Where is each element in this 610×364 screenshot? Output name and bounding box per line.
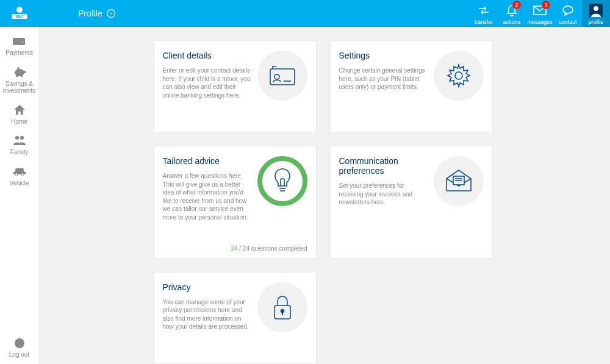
messages-badge: 3 <box>542 1 550 9</box>
card-description: Enter or edit your contact details here.… <box>163 66 251 99</box>
car-icon <box>13 165 26 178</box>
sidebar-item-home[interactable]: Home <box>0 103 38 126</box>
card-title: Privacy <box>163 282 251 292</box>
card-settings[interactable]: Settings Change certain general settings… <box>330 40 493 132</box>
profile-avatar-icon <box>589 3 603 18</box>
svg-point-14 <box>15 136 19 140</box>
card-privacy[interactable]: Privacy You can manage some of your priv… <box>154 272 317 364</box>
svg-point-30 <box>281 309 284 312</box>
actions-badge: 2 <box>512 1 521 9</box>
svg-point-21 <box>274 74 279 79</box>
card-client-details[interactable]: Client details Enter or edit your contac… <box>154 40 317 132</box>
card-description: You can manage some of your privacy perm… <box>163 298 251 331</box>
sidebar-item-family[interactable]: Family <box>0 134 38 156</box>
svg-point-16 <box>15 173 18 176</box>
transfer-action[interactable]: transfer <box>470 0 498 27</box>
open-envelope-icon <box>434 156 484 206</box>
card-description: Answer a few questions here. This will g… <box>163 172 251 221</box>
card-title: Communication preferences <box>339 156 428 176</box>
sidebar-item-logout[interactable]: Log out <box>0 336 38 359</box>
contact-action[interactable]: contact <box>554 0 582 27</box>
svg-point-15 <box>20 136 24 140</box>
svg-rect-11 <box>16 75 18 77</box>
card-grid: Client details Enter or edit your contac… <box>154 40 495 364</box>
kbc-logo-icon: KBC <box>10 5 29 21</box>
logout-icon <box>13 336 26 349</box>
svg-point-0 <box>16 7 23 13</box>
card-title: Settings <box>339 51 428 60</box>
sidebar-item-vehicle[interactable]: Vehicle <box>0 165 38 187</box>
messages-action[interactable]: 3 messages <box>526 0 554 27</box>
sidebar: Payments Savings & investments Home Fami… <box>0 27 38 364</box>
card-description: Set your preferences for receiving your … <box>339 182 428 207</box>
svg-text:KBC: KBC <box>15 15 24 18</box>
card-communication-preferences[interactable]: Communication preferences Set your prefe… <box>330 146 493 258</box>
svg-point-9 <box>22 41 23 43</box>
main-content: Client details Enter or edit your contac… <box>38 27 610 364</box>
gear-icon <box>434 51 484 101</box>
actions-action[interactable]: 2 actions <box>498 0 526 27</box>
page-title: Profile <box>78 9 102 18</box>
wallet-icon <box>13 34 26 48</box>
svg-point-23 <box>455 72 462 79</box>
transfer-icon <box>477 3 490 18</box>
speech-icon <box>562 3 574 18</box>
card-title: Tailored advice <box>163 156 251 166</box>
card-title: Client details <box>163 51 251 60</box>
card-tailored-advice[interactable]: Tailored advice Answer a few questions h… <box>154 146 317 258</box>
sidebar-item-savings[interactable]: Savings & investments <box>0 65 38 95</box>
top-header: KBC Profile i transfer 2 actions 3 <box>0 0 610 27</box>
brand-logo[interactable]: KBC <box>0 0 38 27</box>
bell-icon: 2 <box>506 3 517 18</box>
svg-rect-12 <box>21 75 23 77</box>
id-card-icon <box>257 51 307 101</box>
card-description: Change certain general settings here, su… <box>339 66 428 91</box>
family-icon <box>13 134 26 147</box>
svg-text:i: i <box>110 10 112 16</box>
lightbulb-icon <box>257 156 307 206</box>
info-icon[interactable]: i <box>106 9 116 18</box>
lock-icon <box>257 282 307 332</box>
svg-point-13 <box>17 67 20 70</box>
envelope-icon: 3 <box>533 3 547 18</box>
progress-text: 24 / 24 questions completed <box>231 245 307 252</box>
svg-rect-20 <box>270 69 295 85</box>
svg-point-8 <box>594 6 598 11</box>
profile-action[interactable]: profile <box>582 0 610 27</box>
top-actions: transfer 2 actions 3 messages contact <box>470 0 610 27</box>
svg-point-6 <box>563 6 573 13</box>
page-title-area: Profile i <box>78 9 116 18</box>
home-icon <box>13 103 26 116</box>
piggy-icon <box>13 65 26 79</box>
sidebar-item-payments[interactable]: Payments <box>0 34 38 57</box>
svg-point-17 <box>21 173 24 176</box>
